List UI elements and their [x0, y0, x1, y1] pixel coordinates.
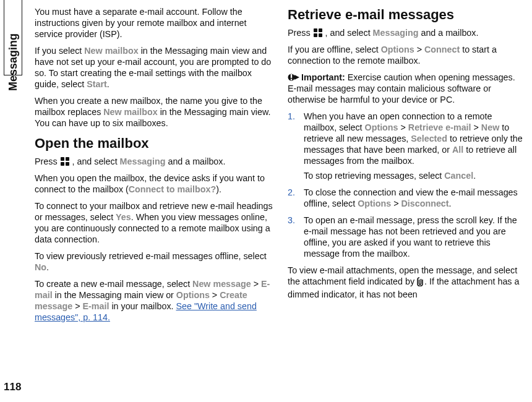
- ui-label: Messaging: [373, 28, 419, 38]
- step-1: When you have an open connection to a re…: [288, 111, 526, 181]
- ui-label: New message: [192, 279, 251, 289]
- section-tab: Messaging: [4, 0, 22, 75]
- steps-list: When you have an open connection to a re…: [288, 111, 526, 259]
- page-number: 118: [4, 381, 21, 393]
- important-note: Important: Exercise caution when opening…: [288, 72, 526, 105]
- heading-retrieve-email: Retrieve e-mail messages: [288, 6, 526, 24]
- ui-label: Options: [365, 122, 398, 132]
- attachment-icon: [417, 277, 424, 289]
- ui-label: Cancel: [444, 171, 473, 181]
- paragraph: To connect to your mailbox and retrieve …: [35, 200, 273, 245]
- ui-label: New mailbox: [103, 107, 157, 117]
- paragraph: To view previously retrieved e-mail mess…: [35, 250, 273, 273]
- paragraph: Press , and select Messaging and a mailb…: [288, 27, 526, 38]
- paragraph: You must have a separate e-mail account.…: [35, 6, 273, 40]
- ui-label: No: [35, 262, 46, 272]
- paragraph: To create a new e-mail message, select N…: [35, 278, 273, 323]
- menu-key-icon: [61, 157, 69, 166]
- left-column: You must have a separate e-mail account.…: [35, 6, 273, 396]
- ui-label: Connect to mailbox?: [129, 184, 216, 194]
- ui-label: Yes: [116, 212, 131, 222]
- right-column: Retrieve e-mail messages Press , and sel…: [288, 6, 526, 396]
- ui-label: Options: [358, 199, 391, 208]
- ui-label: E-mail: [83, 301, 109, 311]
- paragraph: When you open the mailbox, the device as…: [35, 173, 273, 195]
- ui-label: Disconnect: [401, 199, 448, 208]
- menu-key-icon: [314, 28, 322, 37]
- svg-rect-1: [291, 74, 292, 78]
- paragraph: If you select New mailbox in the Messagi…: [35, 45, 273, 90]
- important-icon: [288, 72, 300, 83]
- ui-label: Retrieve e-mail: [408, 122, 471, 132]
- content-columns: You must have a separate e-mail account.…: [35, 6, 526, 396]
- paragraph: When you create a new mailbox, the name …: [35, 95, 273, 129]
- ui-label: Start: [87, 79, 107, 89]
- ui-label: Selected: [411, 134, 447, 143]
- paragraph: To view e-mail attachments, open the mes…: [288, 265, 526, 300]
- step-3: To open an e-mail message, press the scr…: [288, 215, 526, 259]
- ui-label: New: [481, 122, 499, 132]
- important-label: Important:: [301, 72, 345, 82]
- step-2: To close the connection and view the e-m…: [288, 187, 526, 209]
- svg-rect-2: [291, 79, 292, 80]
- ui-label: Messaging: [120, 156, 166, 166]
- ui-label: Options: [176, 290, 210, 300]
- section-tab-label: Messaging: [7, 33, 20, 91]
- ui-label: Connect: [424, 45, 460, 54]
- heading-open-mailbox: Open the mailbox: [35, 135, 273, 152]
- ui-label: Options: [381, 45, 414, 54]
- paragraph: Press , and select Messaging and a mailb…: [35, 156, 273, 167]
- paragraph: If you are offline, select Options > Con…: [288, 44, 526, 66]
- manual-page: Messaging 118 You must have a separate e…: [0, 0, 532, 402]
- ui-label: All: [452, 145, 463, 155]
- ui-label: New mailbox: [84, 46, 138, 56]
